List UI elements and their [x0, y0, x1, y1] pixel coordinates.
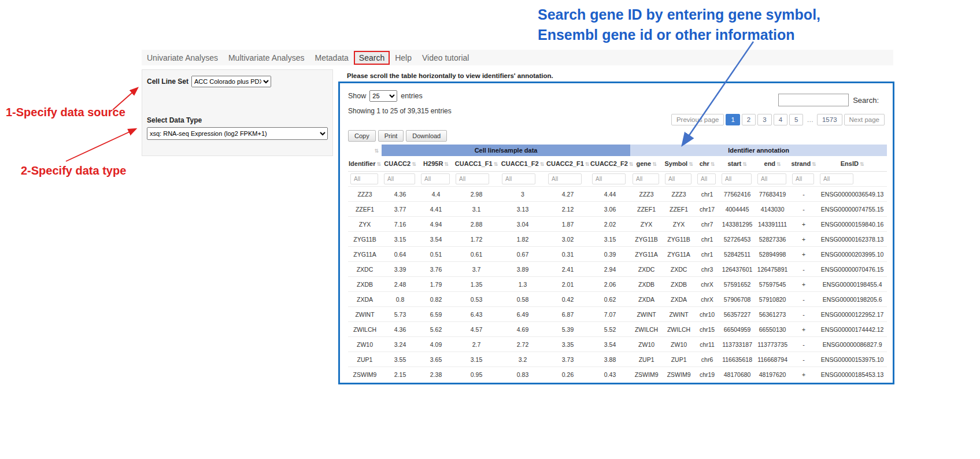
column-header-strand[interactable]: strand⇅	[790, 156, 818, 172]
cell-strand: +	[790, 322, 818, 337]
column-label: CUACC1_F2	[501, 160, 539, 167]
filter-input-identifier[interactable]	[350, 173, 378, 184]
column-header-h295r[interactable]: H295R⇅	[419, 156, 453, 172]
cell-strand: -	[790, 262, 818, 277]
nav-item-help[interactable]: Help	[390, 51, 417, 65]
page-button-4[interactable]: 4	[774, 114, 787, 125]
filter-input-cuacc2-f1[interactable]	[548, 173, 582, 184]
filter-input-end[interactable]	[757, 173, 786, 184]
filter-input-symbol[interactable]	[665, 173, 691, 184]
previous-page-button[interactable]: Previous page	[671, 114, 724, 125]
cell-start: 52726453	[719, 232, 755, 247]
cell-ensid: ENSG00000070476.15	[818, 262, 887, 277]
column-header-end[interactable]: end⇅	[755, 156, 790, 172]
sort-icon[interactable]: ⇅	[812, 161, 816, 167]
column-header-symbol[interactable]: Symbol⇅	[663, 156, 695, 172]
filter-cell-cuacc2-f1	[546, 172, 590, 187]
table-row[interactable]: ZXDB2.481.791.351.32.012.06ZXDBZXDBchrX5…	[348, 277, 887, 292]
filter-input-cuacc1-f2[interactable]	[502, 173, 535, 184]
filter-input-cuacc2-f2[interactable]	[592, 173, 626, 184]
table-row[interactable]: ZWINT5.736.596.436.496.877.07ZWINTZWINTc…	[348, 307, 887, 322]
cell-cuacc2-f2: 2.02	[590, 217, 630, 232]
table-row[interactable]: ZXDC3.393.763.73.892.412.94ZXDCZXDCchr31…	[348, 262, 887, 277]
page-button-3[interactable]: 3	[757, 114, 771, 125]
table-row[interactable]: ZXDA0.80.820.530.580.420.62ZXDAZXDAchrX5…	[348, 292, 887, 307]
column-header-cuacc2[interactable]: CUACC2⇅	[382, 156, 419, 172]
filter-input-start[interactable]	[722, 173, 752, 184]
cell-cuacc2-f2: 2.06	[590, 277, 630, 292]
group-header-row: ⇅Cell line/sample dataIdentifier annotat…	[348, 145, 887, 156]
nav-item-multivariate-analyses[interactable]: Multivariate Analyses	[223, 51, 310, 65]
cell-line-set-select[interactable]: ACC Colorado plus PDX	[191, 76, 271, 87]
table-row[interactable]: ZUP13.553.653.153.23.733.88ZUP1ZUP1chr61…	[348, 352, 887, 367]
page-length-select[interactable]: 25	[369, 90, 397, 102]
nav-item-video-tutorial[interactable]: Video tutorial	[417, 51, 474, 65]
column-header-cuacc1-f2[interactable]: CUACC1_F2⇅	[500, 156, 546, 172]
sort-icon[interactable]: ⇅	[689, 161, 693, 167]
sort-icon[interactable]: ⇅	[444, 161, 449, 167]
page-button-5[interactable]: 5	[789, 114, 803, 125]
table-row[interactable]: ZW103.244.092.72.723.353.54ZW10ZW10chr11…	[348, 337, 887, 352]
page-button-1[interactable]: 1	[726, 114, 739, 125]
table-row[interactable]: ZYG11A0.640.510.610.670.310.39ZYG11AZYG1…	[348, 247, 887, 262]
page-button-2[interactable]: 2	[742, 114, 756, 125]
download-button[interactable]: Download	[406, 130, 447, 142]
column-header-chr[interactable]: chr⇅	[695, 156, 719, 172]
column-header-cuacc2-f2[interactable]: CUACC2_F2⇅	[590, 156, 630, 172]
sort-icon[interactable]: ⇅	[711, 161, 715, 167]
filter-input-strand[interactable]	[792, 173, 814, 184]
table-row[interactable]: ZWILCH4.365.624.574.695.395.52ZWILCHZWIL…	[348, 322, 887, 337]
copy-button[interactable]: Copy	[348, 130, 376, 142]
data-type-select[interactable]: xsq: RNA-seq Expression (log2 FPKM+1)	[147, 127, 328, 140]
sort-icon[interactable]: ⇅	[376, 161, 381, 167]
cell-cuacc1-f2: 2.72	[500, 337, 546, 352]
cell-symbol: ZW10	[663, 337, 695, 352]
sort-icon[interactable]: ⇅	[776, 161, 781, 167]
column-header-cuacc2-f1[interactable]: CUACC2_F1⇅	[546, 156, 590, 172]
column-header-cuacc1-f1[interactable]: CUACC1_F1⇅	[453, 156, 500, 172]
table-row[interactable]: ZSWIM92.152.380.950.830.260.43ZSWIM9ZSWI…	[348, 367, 887, 382]
cell-symbol: ZZZ3	[663, 187, 695, 202]
column-header-gene[interactable]: gene⇅	[630, 156, 663, 172]
sort-icon[interactable]: ⇅	[494, 161, 498, 167]
column-header-start[interactable]: start⇅	[719, 156, 755, 172]
cell-cuacc2: 4.36	[382, 322, 419, 337]
cell-cuacc2: 0.64	[382, 247, 419, 262]
table-row[interactable]: ZZEF13.774.413.13.132.123.06ZZEF1ZZEF1ch…	[348, 202, 887, 217]
sort-icon[interactable]: ⇅	[585, 161, 590, 167]
sort-icon[interactable]: ⇅	[629, 161, 634, 167]
print-button[interactable]: Print	[378, 130, 404, 142]
table-row[interactable]: ZZZ34.364.42.9834.274.44ZZZ3ZZZ3chr17756…	[348, 187, 887, 202]
cell-cuacc1-f1: 4.57	[453, 322, 500, 337]
column-header-ensid[interactable]: EnsID⇅	[818, 156, 887, 172]
cell-strand: -	[790, 292, 818, 307]
table-row[interactable]: ZYX7.164.942.883.041.872.02ZYXZYXchr7143…	[348, 217, 887, 232]
filter-input-cuacc1-f1[interactable]	[456, 173, 489, 184]
column-label: gene	[636, 160, 651, 167]
filter-cell-gene	[630, 172, 663, 187]
nav-item-search[interactable]: Search	[354, 51, 390, 65]
cell-cuacc2-f2: 3.88	[590, 352, 630, 367]
nav-item-metadata[interactable]: Metadata	[309, 51, 353, 65]
sort-icon[interactable]: ⇅	[652, 161, 657, 167]
sort-icon[interactable]: ⇅	[374, 148, 379, 154]
filter-input-cuacc2[interactable]	[384, 173, 415, 184]
table-search-input[interactable]	[778, 94, 849, 106]
cell-cuacc1-f2: 1.3	[500, 277, 546, 292]
results-panel: Show 25 entries Search: Showing 1 to 25 …	[338, 82, 894, 384]
nav-item-univariate-analyses[interactable]: Univariate Analyses	[142, 51, 223, 65]
sort-icon[interactable]: ⇅	[540, 161, 545, 167]
filter-input-h295r[interactable]	[421, 173, 450, 184]
table-row[interactable]: ZYG11B3.153.541.721.823.023.15ZYG11BZYG1…	[348, 232, 887, 247]
search-tip-annotation: Search gene ID by entering gene symbol, …	[538, 5, 820, 45]
data-type-label: Select Data Type	[147, 116, 328, 124]
sort-icon[interactable]: ⇅	[742, 161, 747, 167]
page-button-1573[interactable]: 1573	[817, 114, 842, 125]
sort-icon[interactable]: ⇅	[860, 161, 864, 167]
next-page-button[interactable]: Next page	[844, 114, 885, 125]
filter-input-ensid[interactable]	[820, 173, 853, 184]
sort-icon[interactable]: ⇅	[412, 161, 416, 167]
filter-input-chr[interactable]	[697, 173, 716, 184]
filter-input-gene[interactable]	[633, 173, 659, 184]
column-header-identifier[interactable]: Identifier⇅	[348, 156, 382, 172]
